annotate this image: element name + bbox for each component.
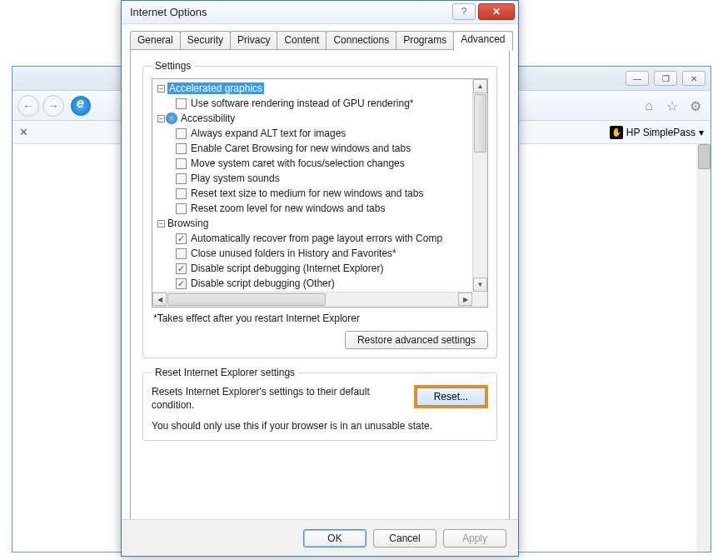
tree-item[interactable]: Close unused folders in History and Favo… xyxy=(154,246,471,261)
tab-strip: GeneralSecurityPrivacyContentConnections… xyxy=(130,31,510,50)
tree-item[interactable]: ✓Disable script debugging (Other) xyxy=(154,276,471,291)
tree-category-label: Browsing xyxy=(167,218,208,229)
chevron-down-icon: ▾ xyxy=(699,127,704,138)
cancel-button[interactable]: Cancel xyxy=(373,529,436,548)
scroll-down-button[interactable]: ▼ xyxy=(473,278,487,292)
tree-item[interactable]: Always expand ALT text for images xyxy=(154,126,471,141)
restore-advanced-settings-button[interactable]: Restore advanced settings xyxy=(345,331,488,349)
globe-icon xyxy=(166,112,177,124)
settings-group-legend: Settings xyxy=(152,60,194,72)
tree-category-label: Accelerated graphics xyxy=(167,82,264,94)
home-icon[interactable]: ⌂ xyxy=(641,98,657,114)
checkbox[interactable] xyxy=(176,203,187,214)
tree-item-label: Automatically recover from page layout e… xyxy=(191,232,442,244)
tree-item-label: Disable script debugging (Internet Explo… xyxy=(191,262,383,274)
favorites-icon[interactable]: ☆ xyxy=(664,98,681,114)
checkbox[interactable] xyxy=(176,158,187,169)
close-icon: ✕ xyxy=(691,74,697,83)
checkbox[interactable] xyxy=(176,248,187,259)
collapse-icon[interactable]: − xyxy=(157,220,165,228)
left-arrow-icon: ← xyxy=(22,99,34,112)
checkbox[interactable] xyxy=(176,143,187,154)
checkbox[interactable] xyxy=(176,98,187,109)
tree-item-label: Disable script debugging (Other) xyxy=(191,278,335,289)
checkbox[interactable] xyxy=(176,188,187,199)
minimize-button[interactable]: — xyxy=(626,71,649,86)
tab-privacy[interactable]: Privacy xyxy=(230,31,277,49)
tree-item[interactable]: Reset zoom level for new windows and tab… xyxy=(154,201,471,216)
tree-item-label: Play system sounds xyxy=(191,172,280,184)
reset-button-highlight: Reset... xyxy=(414,385,488,408)
scroll-left-button[interactable]: ◀ xyxy=(152,292,167,306)
tab-connections[interactable]: Connections xyxy=(326,31,396,49)
checkbox[interactable]: ✓ xyxy=(176,278,187,289)
reset-button[interactable]: Reset... xyxy=(416,388,486,406)
dialog-body: GeneralSecurityPrivacyContentConnections… xyxy=(122,24,518,531)
tree-category-label: Accessibility xyxy=(181,112,235,124)
tree-item[interactable]: Play system sounds xyxy=(154,171,471,186)
maximize-icon: ❐ xyxy=(662,74,670,83)
tree-item[interactable]: ✓Disable script debugging (Internet Expl… xyxy=(154,261,471,276)
ie-logo-icon xyxy=(71,96,91,116)
checkbox[interactable] xyxy=(176,173,187,184)
tree-item[interactable]: Use software rendering instead of GPU re… xyxy=(154,96,471,111)
reset-group: Reset Internet Explorer settings Resets … xyxy=(142,367,497,441)
dialog-close-button[interactable]: ✕ xyxy=(478,3,515,20)
scroll-right-button[interactable]: ▶ xyxy=(458,292,472,306)
tree-category[interactable]: −Browsing xyxy=(154,216,471,231)
restart-note: *Takes effect after you restart Internet… xyxy=(153,312,488,324)
dialog-titlebar[interactable]: Internet Options ? ✕ xyxy=(122,1,518,24)
tab-close-button[interactable]: ✕ xyxy=(19,126,28,138)
tree-item-label: Enable Caret Browsing for new windows an… xyxy=(191,142,411,154)
back-button[interactable]: ← xyxy=(17,95,39,117)
dialog-help-button[interactable]: ? xyxy=(452,3,476,20)
reset-group-legend: Reset Internet Explorer settings xyxy=(152,367,298,378)
tree-vertical-scrollbar[interactable]: ▲ ▼ xyxy=(472,79,487,292)
tree-item[interactable]: Move system caret with focus/selection c… xyxy=(154,156,471,171)
tab-programs[interactable]: Programs xyxy=(396,31,454,49)
tree-horizontal-scrollbar[interactable]: ◀ ▶ xyxy=(152,292,472,307)
tree-item-label: Close unused folders in History and Favo… xyxy=(191,248,396,259)
tree-item-label: Move system caret with focus/selection c… xyxy=(191,158,405,169)
collapse-icon[interactable]: − xyxy=(157,115,165,122)
tree-category[interactable]: −Accessibility xyxy=(154,111,471,126)
checkbox[interactable] xyxy=(176,128,187,139)
tree-item[interactable]: Enable Caret Browsing for new windows an… xyxy=(154,141,471,156)
dialog-title: Internet Options xyxy=(130,6,207,18)
forward-button[interactable]: → xyxy=(42,95,64,117)
checkbox[interactable]: ✓ xyxy=(176,233,187,244)
advanced-tab-panel: Settings −Accelerated graphicsUse softwa… xyxy=(130,50,510,531)
tree-item-label: Use software rendering instead of GPU re… xyxy=(191,98,413,109)
collapse-icon[interactable]: − xyxy=(157,85,165,92)
scroll-corner xyxy=(472,292,487,307)
checkbox[interactable]: ✓ xyxy=(176,263,187,274)
settings-group: Settings −Accelerated graphicsUse softwa… xyxy=(142,60,497,358)
tree-item-label: Reset text size to medium for new window… xyxy=(191,188,423,199)
tree-item-label: Reset zoom level for new windows and tab… xyxy=(191,202,385,214)
tab-security[interactable]: Security xyxy=(180,31,231,49)
right-arrow-icon: → xyxy=(47,99,59,112)
reset-description: Resets Internet Explorer's settings to t… xyxy=(152,385,402,412)
scroll-up-button[interactable]: ▲ xyxy=(473,79,487,93)
reset-warning: You should only use this if your browser… xyxy=(152,420,488,432)
horizontal-scroll-thumb[interactable] xyxy=(167,293,326,306)
simplepass-label: HP SimplePass xyxy=(626,127,696,138)
apply-button[interactable]: Apply xyxy=(443,529,506,548)
browser-close-button[interactable]: ✕ xyxy=(682,71,706,86)
tab-general[interactable]: General xyxy=(130,31,181,49)
tree-item[interactable]: ✓Automatically recover from page layout … xyxy=(154,231,471,246)
tree-item[interactable]: Reset text size to medium for new window… xyxy=(154,186,471,201)
tools-gear-icon[interactable]: ⚙ xyxy=(687,98,704,114)
browser-vertical-scrollbar[interactable] xyxy=(698,144,711,169)
ok-button[interactable]: OK xyxy=(303,529,366,548)
vertical-scroll-thumb[interactable] xyxy=(474,94,486,152)
settings-tree[interactable]: −Accelerated graphicsUse software render… xyxy=(152,78,488,308)
simplepass-toolbar-button[interactable]: ✋ HP SimplePass ▾ xyxy=(610,126,704,139)
dialog-footer: OK Cancel Apply xyxy=(122,519,518,556)
maximize-button[interactable]: ❐ xyxy=(654,71,677,86)
tree-category[interactable]: −Accelerated graphics xyxy=(154,81,471,96)
tab-content[interactable]: Content xyxy=(277,31,327,49)
internet-options-dialog: Internet Options ? ✕ GeneralSecurityPriv… xyxy=(121,0,519,557)
minimize-icon: — xyxy=(633,74,641,83)
tab-advanced[interactable]: Advanced xyxy=(453,31,512,51)
